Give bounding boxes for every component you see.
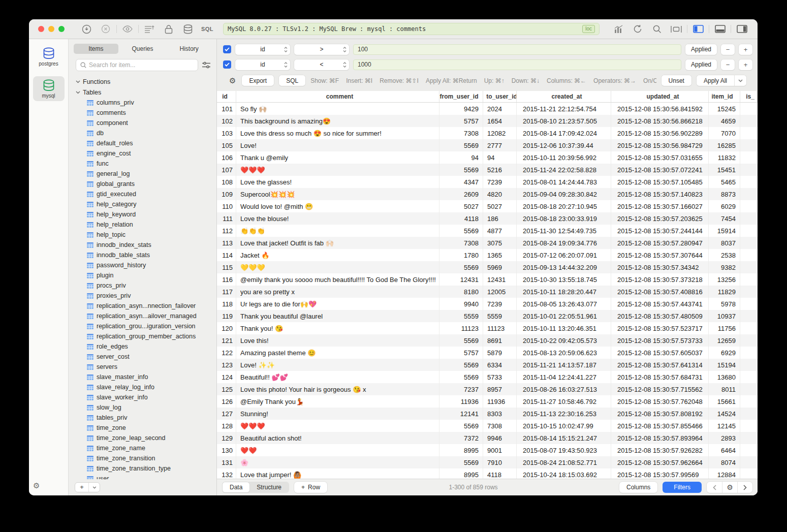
cell-comment[interactable]: you are so pretty x bbox=[236, 286, 439, 298]
cell-created-at[interactable]: 2015-09-04 09:28:30.842 bbox=[517, 188, 611, 200]
table-row[interactable]: 127 Stunning! 12141 8303 2015-11-13 22:3… bbox=[217, 408, 758, 420]
filter-enabled-checkbox[interactable] bbox=[223, 60, 231, 69]
cell-item-id[interactable]: 16285 bbox=[709, 139, 740, 151]
cell-created-at[interactable]: 2015-09-13 14:44:32.209 bbox=[517, 261, 611, 273]
connection-icon[interactable] bbox=[77, 23, 96, 35]
connection-mysql[interactable]: mysql bbox=[33, 76, 65, 101]
cell-from-user-id[interactable]: 1780 bbox=[439, 249, 483, 261]
cell-is[interactable] bbox=[740, 237, 758, 249]
segment-data[interactable]: Data bbox=[223, 482, 249, 492]
column-header-comment[interactable]: comment bbox=[236, 91, 439, 102]
table-row[interactable]: 132 Love that jumper! 🙆🏽 8995 4118 2015-… bbox=[217, 468, 758, 479]
cell-from-user-id[interactable]: 5569 bbox=[439, 420, 483, 432]
filter-applied-button[interactable]: Applied bbox=[685, 59, 717, 70]
cell-updated-at[interactable]: 2015-12-08 15:30:57.408816 bbox=[611, 286, 709, 298]
cell-item-id[interactable]: 8873 bbox=[709, 188, 740, 200]
table-row[interactable]: 116 @emily thank you soooo much beautifu… bbox=[217, 273, 758, 286]
column-header-id[interactable]: id bbox=[217, 91, 236, 102]
sidebar-table-item[interactable]: role_edges bbox=[76, 341, 216, 352]
cell-item-id[interactable]: 10937 bbox=[709, 310, 740, 322]
cell-updated-at[interactable]: 2015-12-08 15:30:57.34342 bbox=[611, 261, 709, 273]
cell-id[interactable]: 118 bbox=[217, 298, 236, 310]
cell-id[interactable]: 127 bbox=[217, 408, 236, 420]
cell-comment[interactable]: Ur legs are to die for🙌💖 bbox=[236, 298, 439, 310]
cell-comment[interactable]: Thank you! 😘 bbox=[236, 322, 439, 334]
remove-filter-button[interactable]: − bbox=[721, 59, 735, 70]
sidebar-table-item[interactable]: comments bbox=[76, 108, 216, 118]
cell-id[interactable]: 131 bbox=[217, 456, 236, 468]
table-row[interactable]: 115 💛💛💛 5569 5969 2015-09-13 14:44:32.20… bbox=[217, 261, 758, 273]
filter-value-input[interactable]: 100 bbox=[353, 44, 681, 55]
cell-comment[interactable]: Amazing pastel theme 😊 bbox=[236, 347, 439, 359]
cell-item-id[interactable]: 8037 bbox=[709, 237, 740, 249]
table-row[interactable]: 110 Would love to! @mith 😬 5027 5027 201… bbox=[217, 200, 758, 212]
cell-comment[interactable]: This background is amazing😍 bbox=[236, 115, 439, 127]
cell-id[interactable]: 126 bbox=[217, 395, 236, 408]
cell-updated-at[interactable]: 2015-12-08 15:30:57.573733 bbox=[611, 334, 709, 347]
sidebar-table-item[interactable]: time_zone bbox=[76, 423, 216, 433]
sql-button[interactable]: SQL bbox=[279, 75, 305, 86]
cell-created-at[interactable]: 2015-10-11 18:28:20.447 bbox=[517, 286, 611, 298]
table-row[interactable]: 121 Love this! 5569 8691 2015-10-22 09:4… bbox=[217, 334, 758, 347]
cell-id[interactable]: 112 bbox=[217, 225, 236, 237]
cell-comment[interactable]: Beautiful action shot! bbox=[236, 432, 439, 444]
cell-created-at[interactable]: 2015-08-05 13:26:43.077 bbox=[517, 298, 611, 310]
settings-gear-icon[interactable]: ⚙ bbox=[33, 481, 40, 490]
toggle-right-panel-icon[interactable] bbox=[732, 23, 751, 35]
tab-items[interactable]: Items bbox=[74, 44, 118, 54]
cell-from-user-id[interactable]: 9429 bbox=[439, 103, 483, 115]
cell-from-user-id[interactable]: 11123 bbox=[439, 322, 483, 334]
cell-comment[interactable]: Love! bbox=[236, 139, 439, 151]
cell-item-id[interactable]: 8011 bbox=[709, 383, 740, 395]
cell-updated-at[interactable]: 2015-12-08 15:30:57.893964 bbox=[611, 432, 709, 444]
cell-to-user-id[interactable]: 11936 bbox=[483, 395, 517, 408]
cell-is[interactable] bbox=[740, 225, 758, 237]
cell-id[interactable]: 124 bbox=[217, 371, 236, 383]
cell-to-user-id[interactable]: 9946 bbox=[483, 432, 517, 444]
cell-to-user-id[interactable]: 4820 bbox=[483, 188, 517, 200]
filter-applied-button[interactable]: Applied bbox=[685, 44, 717, 55]
cell-item-id[interactable]: 15914 bbox=[709, 225, 740, 237]
cell-from-user-id[interactable]: 7237 bbox=[439, 383, 483, 395]
cell-updated-at[interactable]: 2015-12-08 15:30:56.984729 bbox=[611, 139, 709, 151]
cell-comment[interactable]: Love the glasses! bbox=[236, 176, 439, 188]
cell-item-id[interactable]: 6929 bbox=[709, 347, 740, 359]
cell-to-user-id[interactable]: 5879 bbox=[483, 347, 517, 359]
disconnect-icon[interactable] bbox=[96, 23, 115, 35]
cell-to-user-id[interactable]: 186 bbox=[483, 212, 517, 225]
cell-id[interactable]: 132 bbox=[217, 468, 236, 479]
cell-item-id[interactable]: 11756 bbox=[709, 322, 740, 334]
filter-enabled-checkbox[interactable] bbox=[223, 45, 231, 53]
sidebar-table-item[interactable]: procs_priv bbox=[76, 280, 216, 291]
cell-to-user-id[interactable]: 5969 bbox=[483, 261, 517, 273]
cell-comment[interactable]: Love that jacket! Outfit is fab 🙌🏻 bbox=[236, 237, 439, 249]
sidebar-table-item[interactable]: help_keyword bbox=[76, 209, 216, 220]
cell-id[interactable]: 121 bbox=[217, 334, 236, 347]
sidebar-table-item[interactable]: help_relation bbox=[76, 220, 216, 230]
table-row[interactable]: 105 Love! 5569 2777 2015-12-06 10:37:39.… bbox=[217, 139, 758, 151]
cell-is[interactable] bbox=[740, 408, 758, 420]
column-header-created-at[interactable]: created_at bbox=[517, 91, 611, 102]
sidebar-table-item[interactable]: time_zone_transition bbox=[76, 453, 216, 463]
cell-to-user-id[interactable]: 8957 bbox=[483, 383, 517, 395]
cell-comment[interactable]: Jacket 🔥 bbox=[236, 249, 439, 261]
cell-from-user-id[interactable]: 5569 bbox=[439, 456, 483, 468]
cell-to-user-id[interactable]: 1654 bbox=[483, 115, 517, 127]
cell-is[interactable] bbox=[740, 212, 758, 225]
cell-to-user-id[interactable]: 5733 bbox=[483, 371, 517, 383]
cell-is[interactable] bbox=[740, 468, 758, 479]
cell-from-user-id[interactable]: 94 bbox=[439, 151, 483, 164]
cell-to-user-id[interactable]: 12005 bbox=[483, 286, 517, 298]
connection-postgres[interactable]: postgres bbox=[33, 44, 65, 69]
sidebar-table-item[interactable]: help_topic bbox=[76, 230, 216, 240]
cell-id[interactable]: 103 bbox=[217, 127, 236, 139]
cell-item-id[interactable]: 5465 bbox=[709, 176, 740, 188]
sidebar-table-item[interactable]: proxies_priv bbox=[76, 291, 216, 301]
sidebar-table-item[interactable]: password_history bbox=[76, 260, 216, 270]
export-button[interactable]: Export bbox=[242, 75, 274, 86]
cell-to-user-id[interactable]: 1365 bbox=[483, 249, 517, 261]
table-row[interactable]: 118 Ur legs are to die for🙌💖 9940 7239 2… bbox=[217, 298, 758, 310]
cell-updated-at[interactable]: 2015-12-08 15:30:57.684731 bbox=[611, 371, 709, 383]
apply-all-dropdown[interactable] bbox=[734, 75, 746, 86]
cell-created-at[interactable]: 2015-11-27 10:58:46.792 bbox=[517, 395, 611, 408]
